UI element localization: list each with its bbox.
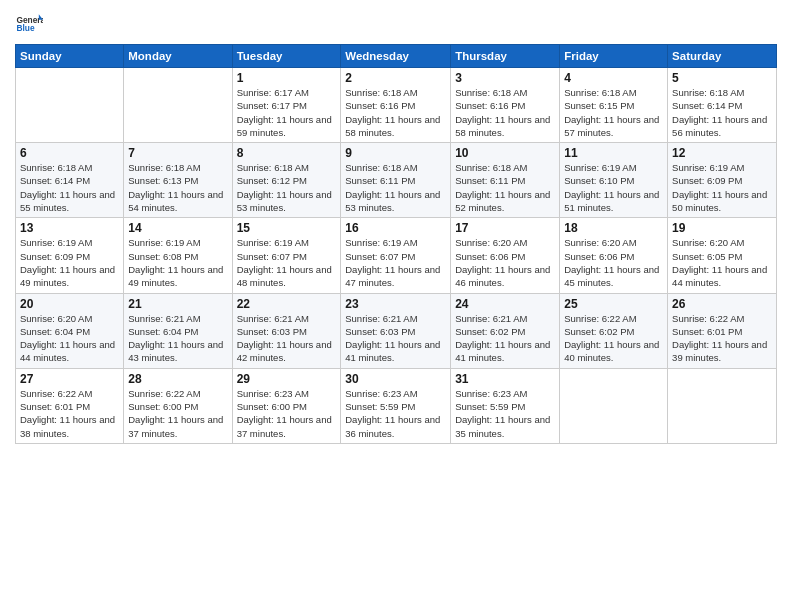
calendar-cell: 27Sunrise: 6:22 AM Sunset: 6:01 PM Dayli… <box>16 368 124 443</box>
day-info: Sunrise: 6:19 AM Sunset: 6:08 PM Dayligh… <box>128 236 227 289</box>
calendar-cell: 31Sunrise: 6:23 AM Sunset: 5:59 PM Dayli… <box>451 368 560 443</box>
calendar-cell <box>668 368 777 443</box>
day-info: Sunrise: 6:23 AM Sunset: 6:00 PM Dayligh… <box>237 387 337 440</box>
day-number: 6 <box>20 146 119 160</box>
svg-text:Blue: Blue <box>16 23 34 33</box>
day-info: Sunrise: 6:19 AM Sunset: 6:09 PM Dayligh… <box>672 161 772 214</box>
weekday-header-thursday: Thursday <box>451 45 560 68</box>
day-number: 21 <box>128 297 227 311</box>
day-info: Sunrise: 6:21 AM Sunset: 6:03 PM Dayligh… <box>237 312 337 365</box>
logo: General Blue <box>15 10 43 38</box>
day-number: 29 <box>237 372 337 386</box>
day-number: 25 <box>564 297 663 311</box>
day-info: Sunrise: 6:20 AM Sunset: 6:06 PM Dayligh… <box>455 236 555 289</box>
day-number: 5 <box>672 71 772 85</box>
day-info: Sunrise: 6:22 AM Sunset: 6:01 PM Dayligh… <box>20 387 119 440</box>
day-number: 12 <box>672 146 772 160</box>
day-info: Sunrise: 6:18 AM Sunset: 6:16 PM Dayligh… <box>345 86 446 139</box>
logo-icon: General Blue <box>15 10 43 38</box>
day-info: Sunrise: 6:19 AM Sunset: 6:10 PM Dayligh… <box>564 161 663 214</box>
calendar-cell: 13Sunrise: 6:19 AM Sunset: 6:09 PM Dayli… <box>16 218 124 293</box>
day-number: 9 <box>345 146 446 160</box>
day-info: Sunrise: 6:21 AM Sunset: 6:03 PM Dayligh… <box>345 312 446 365</box>
week-row-2: 6Sunrise: 6:18 AM Sunset: 6:14 PM Daylig… <box>16 143 777 218</box>
weekday-header-sunday: Sunday <box>16 45 124 68</box>
day-number: 30 <box>345 372 446 386</box>
weekday-header-monday: Monday <box>124 45 232 68</box>
calendar-cell: 2Sunrise: 6:18 AM Sunset: 6:16 PM Daylig… <box>341 68 451 143</box>
day-info: Sunrise: 6:20 AM Sunset: 6:04 PM Dayligh… <box>20 312 119 365</box>
day-number: 2 <box>345 71 446 85</box>
day-number: 11 <box>564 146 663 160</box>
day-number: 26 <box>672 297 772 311</box>
weekday-header-wednesday: Wednesday <box>341 45 451 68</box>
day-info: Sunrise: 6:18 AM Sunset: 6:11 PM Dayligh… <box>345 161 446 214</box>
day-info: Sunrise: 6:18 AM Sunset: 6:14 PM Dayligh… <box>20 161 119 214</box>
page: General Blue SundayMondayTuesdayWednesda… <box>0 0 792 612</box>
day-number: 10 <box>455 146 555 160</box>
weekday-header-tuesday: Tuesday <box>232 45 341 68</box>
calendar-cell: 30Sunrise: 6:23 AM Sunset: 5:59 PM Dayli… <box>341 368 451 443</box>
weekday-header-friday: Friday <box>560 45 668 68</box>
day-number: 8 <box>237 146 337 160</box>
calendar-cell: 23Sunrise: 6:21 AM Sunset: 6:03 PM Dayli… <box>341 293 451 368</box>
calendar-cell: 3Sunrise: 6:18 AM Sunset: 6:16 PM Daylig… <box>451 68 560 143</box>
day-info: Sunrise: 6:19 AM Sunset: 6:07 PM Dayligh… <box>237 236 337 289</box>
day-info: Sunrise: 6:17 AM Sunset: 6:17 PM Dayligh… <box>237 86 337 139</box>
day-info: Sunrise: 6:18 AM Sunset: 6:13 PM Dayligh… <box>128 161 227 214</box>
day-number: 19 <box>672 221 772 235</box>
week-row-1: 1Sunrise: 6:17 AM Sunset: 6:17 PM Daylig… <box>16 68 777 143</box>
day-number: 23 <box>345 297 446 311</box>
calendar-cell: 28Sunrise: 6:22 AM Sunset: 6:00 PM Dayli… <box>124 368 232 443</box>
day-number: 27 <box>20 372 119 386</box>
day-info: Sunrise: 6:18 AM Sunset: 6:14 PM Dayligh… <box>672 86 772 139</box>
week-row-4: 20Sunrise: 6:20 AM Sunset: 6:04 PM Dayli… <box>16 293 777 368</box>
day-info: Sunrise: 6:23 AM Sunset: 5:59 PM Dayligh… <box>455 387 555 440</box>
calendar-cell: 11Sunrise: 6:19 AM Sunset: 6:10 PM Dayli… <box>560 143 668 218</box>
calendar-cell: 29Sunrise: 6:23 AM Sunset: 6:00 PM Dayli… <box>232 368 341 443</box>
day-number: 28 <box>128 372 227 386</box>
weekday-header-row: SundayMondayTuesdayWednesdayThursdayFrid… <box>16 45 777 68</box>
day-number: 24 <box>455 297 555 311</box>
day-number: 20 <box>20 297 119 311</box>
calendar-cell: 5Sunrise: 6:18 AM Sunset: 6:14 PM Daylig… <box>668 68 777 143</box>
calendar-cell <box>560 368 668 443</box>
weekday-header-saturday: Saturday <box>668 45 777 68</box>
calendar-cell <box>124 68 232 143</box>
calendar-cell: 8Sunrise: 6:18 AM Sunset: 6:12 PM Daylig… <box>232 143 341 218</box>
calendar-cell: 17Sunrise: 6:20 AM Sunset: 6:06 PM Dayli… <box>451 218 560 293</box>
calendar-cell: 15Sunrise: 6:19 AM Sunset: 6:07 PM Dayli… <box>232 218 341 293</box>
day-info: Sunrise: 6:21 AM Sunset: 6:04 PM Dayligh… <box>128 312 227 365</box>
day-info: Sunrise: 6:18 AM Sunset: 6:16 PM Dayligh… <box>455 86 555 139</box>
calendar-cell: 16Sunrise: 6:19 AM Sunset: 6:07 PM Dayli… <box>341 218 451 293</box>
day-info: Sunrise: 6:22 AM Sunset: 6:00 PM Dayligh… <box>128 387 227 440</box>
day-info: Sunrise: 6:23 AM Sunset: 5:59 PM Dayligh… <box>345 387 446 440</box>
day-number: 3 <box>455 71 555 85</box>
calendar-cell: 24Sunrise: 6:21 AM Sunset: 6:02 PM Dayli… <box>451 293 560 368</box>
day-number: 4 <box>564 71 663 85</box>
day-info: Sunrise: 6:19 AM Sunset: 6:09 PM Dayligh… <box>20 236 119 289</box>
calendar-cell: 26Sunrise: 6:22 AM Sunset: 6:01 PM Dayli… <box>668 293 777 368</box>
calendar-cell: 10Sunrise: 6:18 AM Sunset: 6:11 PM Dayli… <box>451 143 560 218</box>
calendar-cell: 7Sunrise: 6:18 AM Sunset: 6:13 PM Daylig… <box>124 143 232 218</box>
calendar-cell: 9Sunrise: 6:18 AM Sunset: 6:11 PM Daylig… <box>341 143 451 218</box>
calendar-cell: 22Sunrise: 6:21 AM Sunset: 6:03 PM Dayli… <box>232 293 341 368</box>
calendar-cell <box>16 68 124 143</box>
day-number: 1 <box>237 71 337 85</box>
day-info: Sunrise: 6:21 AM Sunset: 6:02 PM Dayligh… <box>455 312 555 365</box>
day-number: 22 <box>237 297 337 311</box>
day-number: 13 <box>20 221 119 235</box>
day-number: 14 <box>128 221 227 235</box>
calendar-cell: 6Sunrise: 6:18 AM Sunset: 6:14 PM Daylig… <box>16 143 124 218</box>
day-number: 31 <box>455 372 555 386</box>
header: General Blue <box>15 10 777 38</box>
day-info: Sunrise: 6:20 AM Sunset: 6:06 PM Dayligh… <box>564 236 663 289</box>
calendar-cell: 4Sunrise: 6:18 AM Sunset: 6:15 PM Daylig… <box>560 68 668 143</box>
day-info: Sunrise: 6:19 AM Sunset: 6:07 PM Dayligh… <box>345 236 446 289</box>
calendar-cell: 19Sunrise: 6:20 AM Sunset: 6:05 PM Dayli… <box>668 218 777 293</box>
day-number: 18 <box>564 221 663 235</box>
day-number: 16 <box>345 221 446 235</box>
week-row-5: 27Sunrise: 6:22 AM Sunset: 6:01 PM Dayli… <box>16 368 777 443</box>
day-number: 7 <box>128 146 227 160</box>
day-info: Sunrise: 6:18 AM Sunset: 6:15 PM Dayligh… <box>564 86 663 139</box>
